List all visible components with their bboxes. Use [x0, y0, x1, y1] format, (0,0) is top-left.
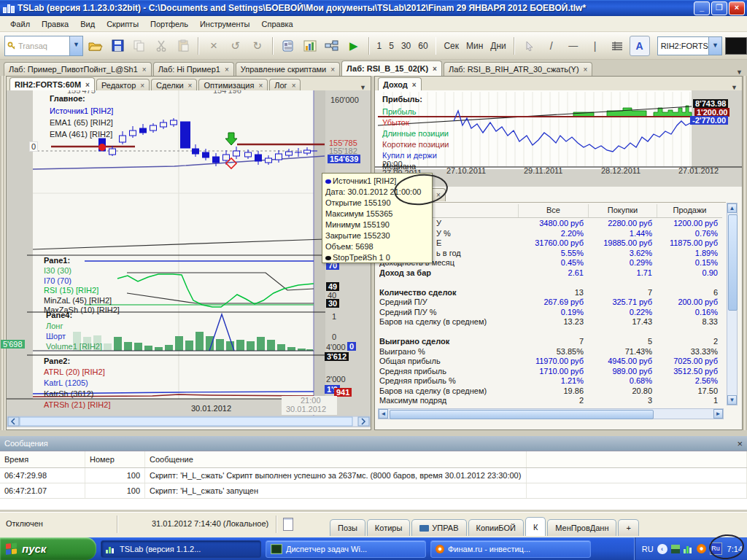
- chart-tab[interactable]: Редактор×: [96, 79, 150, 91]
- paste-button[interactable]: [174, 36, 193, 55]
- title-bar[interactable]: TSLab (версия 1.1.23.0:32bit) - C:\Docum…: [0, 0, 747, 16]
- undo-button[interactable]: ↺: [226, 36, 245, 55]
- chart-tab[interactable]: Оптимизация×: [198, 79, 268, 91]
- scroll-thumb[interactable]: [390, 410, 654, 419]
- unit-min[interactable]: Мин: [464, 41, 485, 51]
- stats-hscrollbar[interactable]: ◄ ►: [378, 408, 724, 419]
- task-button[interactable]: Диспетчер задач Wi...: [266, 540, 426, 558]
- hline-button[interactable]: —: [564, 36, 583, 55]
- close-icon[interactable]: ×: [330, 66, 335, 74]
- notebook-icon[interactable]: [283, 518, 293, 531]
- task-button[interactable]: TSLab (версия 1.1.2...: [101, 540, 261, 558]
- close-icon[interactable]: ×: [188, 82, 193, 90]
- properties-button[interactable]: [279, 36, 298, 55]
- tray-app-icon[interactable]: [671, 545, 680, 553]
- chevron-down-icon[interactable]: ▼: [69, 36, 82, 55]
- chart-tab[interactable]: Сделки×: [151, 79, 197, 91]
- left-splitter[interactable]: [0, 76, 6, 430]
- scroll-right-arrow[interactable]: ►: [713, 409, 723, 419]
- workspace-tab[interactable]: Управление скриптами×: [236, 62, 340, 76]
- workspace-tab[interactable]: Лаб: Пример_ПивотПойнт_L@Sh1×: [4, 62, 152, 76]
- text-tool-button[interactable]: A: [630, 36, 650, 56]
- chart-tab[interactable]: Лог×: [269, 79, 301, 91]
- status-tab[interactable]: Позы: [330, 519, 365, 536]
- trendline-button[interactable]: /: [542, 36, 561, 55]
- close-icon[interactable]: ×: [412, 81, 417, 89]
- tab-income[interactable]: Доход×: [378, 77, 422, 91]
- save-button[interactable]: [108, 36, 127, 55]
- vline-button[interactable]: |: [586, 36, 605, 55]
- minimize-button[interactable]: _: [694, 1, 710, 15]
- timeframe-30[interactable]: 30: [399, 41, 413, 51]
- menu-item[interactable]: Портфель: [144, 18, 194, 31]
- cut-button[interactable]: [152, 36, 171, 55]
- restore-button[interactable]: ❐: [711, 1, 727, 15]
- scroll-thumb[interactable]: [728, 214, 738, 311]
- scissors-icon: [156, 40, 166, 52]
- redo-button[interactable]: ↻: [248, 36, 267, 55]
- menu-item[interactable]: Правка: [36, 18, 74, 31]
- message-row[interactable]: 06:47:21.07100Скрипт: 'H_L_сжать' запуще…: [0, 483, 747, 499]
- status-tab[interactable]: +: [618, 519, 638, 536]
- close-icon[interactable]: ×: [142, 66, 147, 74]
- unit-days[interactable]: Дни: [488, 41, 508, 51]
- menu-item[interactable]: Скрипты: [101, 18, 144, 31]
- tab-overflow-icon[interactable]: ▼: [736, 69, 743, 76]
- close-icon[interactable]: ×: [584, 66, 588, 74]
- scroll-up-arrow[interactable]: ▲: [727, 203, 737, 213]
- chevron-down-icon[interactable]: ▼: [708, 37, 721, 55]
- close-button[interactable]: ×: [729, 1, 745, 15]
- scroll-left-arrow[interactable]: ◄: [379, 409, 388, 419]
- workspace-tab[interactable]: Лаб: Hi Пример1×: [153, 62, 234, 76]
- status-tab[interactable]: МенПровДанн: [547, 519, 616, 536]
- instrument-combo[interactable]: RIH2:FORTS ▼: [657, 36, 722, 55]
- close-icon[interactable]: ×: [258, 82, 263, 90]
- scroll-right-arrow[interactable]: [358, 417, 369, 426]
- finam-tray-icon[interactable]: [697, 544, 706, 553]
- task-button[interactable]: Финам.ru - инвестиц...: [430, 540, 591, 558]
- status-tab[interactable]: Котиры: [367, 519, 411, 536]
- status-tab[interactable]: К: [525, 517, 546, 536]
- chart-button[interactable]: [301, 36, 320, 55]
- menu-item[interactable]: Файл: [4, 18, 36, 31]
- message-row[interactable]: 06:47:29.98100Скрипт: 'H_L_сжать' Скрипт…: [0, 468, 747, 483]
- timeframe-60[interactable]: 60: [416, 41, 430, 51]
- levels-button[interactable]: [608, 36, 627, 55]
- workspace-tab[interactable]: Лаб: RSI_B_15_02(K)×: [341, 61, 442, 76]
- menu-item[interactable]: Инструменты: [194, 18, 256, 31]
- language-indicator[interactable]: RU: [642, 545, 654, 553]
- timeframe-1[interactable]: 1: [375, 41, 384, 51]
- scroll-thumb[interactable]: [20, 417, 352, 426]
- timeframe-5[interactable]: 5: [387, 41, 396, 51]
- open-button[interactable]: [86, 36, 105, 55]
- delete-button[interactable]: ×: [204, 36, 223, 55]
- transaq-combo[interactable]: Transaq ▼: [4, 36, 83, 56]
- status-tab[interactable]: УПРАВ: [411, 519, 466, 536]
- run-button[interactable]: ▶: [344, 36, 363, 55]
- collapse-tray-icon[interactable]: ‹: [657, 544, 667, 554]
- menu-item[interactable]: Вид: [74, 18, 101, 31]
- close-icon[interactable]: ×: [737, 438, 743, 449]
- color-swatch[interactable]: [725, 37, 747, 55]
- zero-level-label: 0: [29, 141, 38, 152]
- close-icon[interactable]: ×: [85, 81, 90, 89]
- stats-vscrollbar[interactable]: ▲ ▼: [727, 203, 738, 405]
- status-tab[interactable]: КопииБОЙ: [468, 519, 524, 536]
- unit-sec[interactable]: Сек: [441, 41, 461, 51]
- messages-title-bar[interactable]: Сообщения ×: [0, 436, 747, 451]
- tslab-tray-icon[interactable]: [684, 545, 693, 553]
- menu-item[interactable]: Справка: [256, 18, 299, 31]
- close-icon[interactable]: ×: [225, 66, 229, 74]
- close-icon[interactable]: ×: [140, 82, 144, 90]
- chart-tab[interactable]: RIH2:FORTS:60M×: [9, 77, 95, 91]
- pointer-button[interactable]: [520, 36, 539, 55]
- start-button[interactable]: пуск: [0, 537, 96, 560]
- copy-button[interactable]: [130, 36, 149, 55]
- scroll-left-arrow[interactable]: [8, 417, 19, 426]
- script-button[interactable]: [322, 36, 341, 55]
- close-icon[interactable]: ×: [433, 65, 437, 73]
- workspace-tab[interactable]: Лаб: RSI_B_RIH_ATR_30_сжать(Y)×: [444, 62, 593, 76]
- close-icon[interactable]: ×: [292, 82, 296, 90]
- scroll-down-arrow[interactable]: ▼: [727, 395, 737, 405]
- right-splitter[interactable]: [743, 76, 747, 430]
